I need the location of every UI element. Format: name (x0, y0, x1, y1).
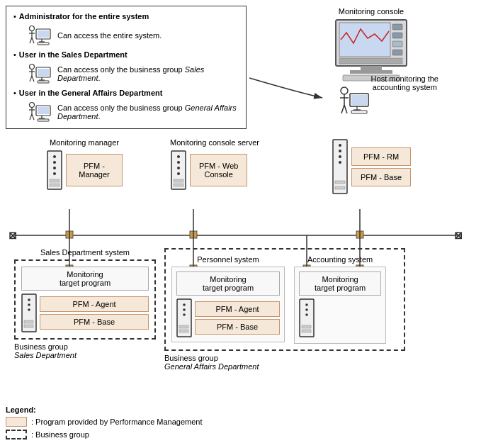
sales-dashed-box: Monitoringtarget program PFM - Agent PFM… (14, 259, 156, 340)
svg-rect-106 (302, 330, 311, 332)
personnel-inner: Monitoringtarget program PFM - Agent PFM… (171, 267, 285, 342)
legend-pfm-desc: : Program provided by Performance Manage… (31, 418, 203, 426)
ga-bg-label: Business groupGeneral Affairs Department (164, 354, 405, 371)
svg-rect-56 (356, 231, 363, 238)
svg-rect-37 (361, 66, 382, 70)
pfm-base-personnel: PFM - Base (195, 319, 280, 335)
svg-point-86 (339, 161, 341, 164)
server-tower-manager (46, 150, 63, 191)
svg-point-103 (305, 308, 308, 311)
server-tower-accounting-bg (299, 298, 315, 337)
accounting-monitor-target: Monitoringtarget program (299, 271, 381, 296)
svg-rect-38 (350, 70, 392, 74)
svg-line-24 (32, 114, 34, 120)
svg-rect-6 (38, 30, 49, 38)
svg-rect-87 (335, 181, 345, 184)
info-text-admin: Administrator for the entire system (19, 12, 239, 21)
monitoring-console-server-label: Monitoring console server (170, 138, 259, 147)
svg-line-3 (30, 38, 32, 43)
sales-dept-group: Sales Department system Monitoringtarget… (14, 248, 156, 359)
svg-rect-34 (392, 41, 402, 47)
svg-point-79 (177, 172, 180, 175)
svg-rect-93 (24, 320, 33, 323)
pfm-agent-sales: PFM - Agent (40, 296, 149, 312)
personnel-monitor-target: Monitoringtarget program (176, 271, 280, 296)
monitoring-manager-label: Monitoring manager (46, 138, 123, 147)
host-label: Host monitoring theaccounting system (371, 74, 438, 91)
svg-rect-54 (66, 231, 73, 238)
svg-rect-81 (174, 184, 183, 186)
info-item-ga: • User in the General Affairs Department (13, 89, 239, 97)
svg-rect-36 (339, 58, 402, 64)
legend-bg-desc: : Business group (31, 430, 89, 439)
svg-point-76 (177, 155, 180, 158)
legend-bg-box (6, 430, 27, 439)
svg-rect-26 (38, 107, 49, 114)
server-tower-sales (21, 293, 37, 332)
svg-line-14 (32, 76, 34, 82)
svg-rect-16 (38, 69, 49, 76)
legend-pfm: : Program provided by Performance Manage… (6, 417, 203, 427)
info-box: • Administrator for the entire system Ca… (6, 6, 247, 129)
personnel-label: Personnel system (171, 255, 285, 264)
svg-point-92 (28, 308, 30, 311)
legend: Legend: : Program provided by Performanc… (6, 405, 203, 442)
bullet-admin: • (13, 12, 16, 21)
server-tower-personnel (176, 298, 192, 337)
svg-rect-94 (24, 325, 33, 327)
svg-point-83 (339, 144, 341, 147)
svg-point-40 (341, 87, 348, 94)
server-tower-console (170, 150, 187, 191)
pfm-base-accounting-box: PFM - Base (351, 168, 411, 186)
svg-point-78 (177, 167, 180, 169)
pfm-agent-personnel: PFM - Agent (195, 301, 280, 317)
person-icon-ga (26, 101, 52, 123)
svg-point-72 (53, 172, 56, 175)
sales-bg-label: Business groupSales Department (14, 342, 156, 359)
svg-rect-100 (179, 330, 188, 332)
pfm-manager-box: PFM -Manager (66, 154, 123, 186)
svg-rect-105 (302, 325, 311, 328)
svg-point-71 (53, 167, 56, 169)
svg-point-102 (305, 303, 308, 306)
svg-text:⊠: ⊠ (454, 230, 463, 241)
person-icon-sales (26, 63, 52, 84)
svg-rect-9 (38, 43, 49, 45)
svg-rect-29 (38, 119, 49, 121)
svg-rect-46 (351, 95, 367, 105)
svg-point-104 (305, 313, 308, 316)
svg-point-84 (339, 150, 341, 152)
svg-rect-55 (190, 231, 197, 238)
accounting-inner: Monitoringtarget program (294, 267, 386, 344)
monitoring-manager-group: Monitoring manager PFM -Manager (46, 138, 123, 191)
svg-line-44 (344, 105, 347, 113)
ga-title: User in the General Affairs Department (19, 89, 239, 97)
svg-point-90 (28, 298, 30, 301)
monitoring-console-label: Monitoring console (332, 7, 410, 16)
svg-point-20 (30, 103, 35, 108)
svg-rect-49 (351, 111, 367, 113)
ga-desc: Can access only the business group Gener… (57, 103, 239, 121)
svg-line-23 (30, 114, 32, 120)
info-text-sales: User in the Sales Department (19, 50, 239, 59)
svg-rect-88 (335, 186, 345, 189)
svg-point-96 (183, 303, 186, 306)
svg-line-4 (32, 38, 34, 43)
legend-bg: : Business group (6, 430, 203, 439)
info-item-admin: • Administrator for the entire system (13, 12, 239, 21)
svg-rect-73 (50, 179, 60, 182)
svg-text:⊠: ⊠ (9, 230, 17, 241)
svg-point-69 (53, 155, 56, 158)
sales-system-label: Sales Department system (14, 248, 156, 257)
monitoring-console-svg (332, 18, 410, 82)
accounting-label: Accounting system (294, 255, 386, 264)
svg-rect-99 (179, 325, 188, 328)
sales-monitor-target: Monitoringtarget program (21, 267, 149, 291)
svg-point-10 (30, 65, 35, 69)
info-text-ga: User in the General Affairs Department (19, 89, 239, 97)
sales-title: User in the Sales Department (19, 50, 239, 59)
svg-rect-19 (38, 81, 49, 83)
svg-rect-74 (50, 184, 60, 186)
server-tower-accounting (332, 138, 349, 195)
accounting-host-group: PFM - RM PFM - Base (332, 138, 411, 195)
